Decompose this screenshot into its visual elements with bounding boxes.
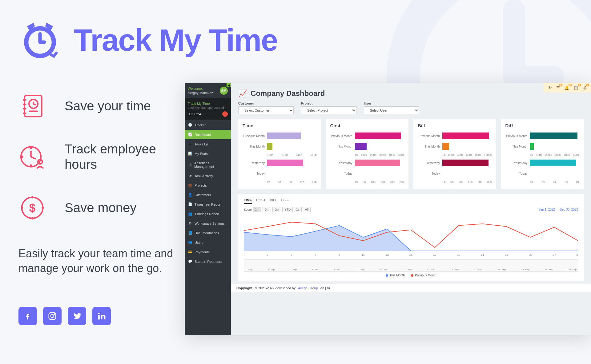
- nav-item-workspace-settings[interactable]: ⚙Workspace Settings: [185, 219, 231, 228]
- nav-icon: 🕒: [188, 123, 192, 127]
- nav-icon: 👤: [188, 193, 192, 197]
- feature-text: Save money: [65, 200, 136, 216]
- svg-rect-14: [29, 110, 38, 112]
- nav-item-projects[interactable]: 💼Projects: [185, 180, 231, 190]
- nav-item-tracker[interactable]: 🕒Tracker: [185, 120, 231, 130]
- tracker-time: 00:00:24: [188, 112, 201, 116]
- welcome-greeting: Welcome,: [188, 87, 203, 90]
- zoom-3m[interactable]: 3m: [263, 207, 271, 212]
- feature-text: Save your time: [65, 98, 151, 114]
- bar-row: This Month: [505, 143, 580, 150]
- nav-item-support-requests[interactable]: 💬Support Requests: [185, 257, 231, 266]
- bar-row: Previous Month: [505, 133, 580, 139]
- zoom-1m[interactable]: 1m: [253, 207, 262, 212]
- axis: 1$200$400$600$800$1000$: [418, 153, 492, 156]
- nav-item-documentations[interactable]: 📘Documentations: [185, 228, 231, 238]
- notebook-clock-icon: [18, 92, 46, 120]
- project-select[interactable]: - Select Project -: [301, 106, 356, 114]
- instagram-icon[interactable]: [43, 307, 62, 325]
- date-range[interactable]: Sep 1, 2022 → Sep 30, 2022: [538, 208, 578, 211]
- bar-row: Previous Month: [418, 133, 492, 139]
- svg-text:23: 23: [505, 253, 508, 256]
- note-icon[interactable]: 📋0: [573, 85, 578, 90]
- tagline: Easily track your team time and manage y…: [18, 246, 185, 276]
- twitter-icon[interactable]: [68, 307, 86, 325]
- eye-icon[interactable]: 👁: [548, 85, 552, 90]
- nav-item-timesheet-report[interactable]: 📄Timesheet Report: [185, 200, 231, 209]
- bar-row: Previous Month: [330, 133, 404, 139]
- svg-line-17: [31, 157, 36, 159]
- card-bill: BillPrevious MonthThis Month1$200$400$60…: [413, 119, 496, 189]
- zoom-1y[interactable]: 1y: [294, 207, 302, 212]
- tracker-title: Track My Time: [188, 102, 228, 105]
- navigator-chart[interactable]: 1. Sep3. Sep5. Sep7. Sep9. Sep11. Sep13.…: [244, 259, 578, 272]
- list-icon[interactable]: ☰0: [556, 85, 560, 90]
- nav-icon: 📘: [188, 231, 192, 235]
- svg-text:15: 15: [409, 253, 413, 256]
- svg-text:3: 3: [267, 253, 268, 256]
- nav-icon: ⚙: [188, 221, 192, 225]
- footer-company-link[interactable]: Avega Group: [298, 286, 318, 290]
- nav-icon: 💳: [188, 250, 192, 254]
- svg-text:27: 27: [553, 253, 556, 256]
- linkedin-icon[interactable]: [92, 307, 111, 325]
- nav-icon: ☰: [188, 142, 192, 146]
- nav-item-payments[interactable]: 💳Payments: [185, 247, 231, 257]
- nav-item-customers[interactable]: 👤Customers: [185, 190, 231, 200]
- welcome-name: Sergey Makovoz: [188, 91, 213, 95]
- bar-row: Today: [505, 170, 580, 177]
- chart-tab-cost[interactable]: COST: [256, 198, 266, 204]
- beach-icon[interactable]: 🏖0: [583, 85, 587, 90]
- card-title: Diff: [505, 123, 580, 128]
- axis: 1$2$4$6$8$: [505, 180, 580, 184]
- nav-icon: 💼: [188, 183, 192, 187]
- card-title: Bill: [418, 123, 492, 128]
- chart-tab-time[interactable]: TIME: [244, 198, 252, 204]
- tracker-subtitle: track-my-time-app-dev red...: [188, 106, 228, 109]
- nav-item-users[interactable]: 👥Users: [185, 238, 231, 247]
- svg-text:13: 13: [385, 253, 389, 256]
- zoom-YTD[interactable]: YTD: [282, 207, 293, 212]
- svg-text:11: 11: [361, 253, 365, 256]
- nav-icon: 📊: [188, 152, 192, 156]
- main-chart-panel: TIMECOSTBILLDIFF Zoom1m3m6mYTD1yAll Sep …: [238, 194, 584, 281]
- customer-select[interactable]: - Select Customer -: [238, 106, 294, 114]
- chart-tab-diff[interactable]: DIFF: [281, 198, 288, 204]
- bar-row: Yesterday: [505, 160, 580, 166]
- avatar[interactable]: SM: [220, 87, 228, 95]
- bar-row: Previous Month: [243, 133, 317, 139]
- footer-langs[interactable]: en | ru: [320, 286, 330, 290]
- chart-icon: 📈: [238, 89, 247, 98]
- app-sidebar: ◀ Welcome, Sergey Makovoz SM Track My Ti…: [185, 83, 231, 335]
- filter-project: Project - Select Project -: [301, 101, 356, 114]
- facebook-icon[interactable]: [18, 307, 37, 325]
- sidebar-collapse-button[interactable]: ◀: [227, 83, 231, 87]
- nav-item-my-stats[interactable]: 📊My Stats: [185, 149, 231, 158]
- axis: 1$5$10$15$20$25$: [330, 180, 404, 184]
- record-button[interactable]: [222, 111, 228, 117]
- nav-item-absences-management[interactable]: 🏖Absences Management: [185, 158, 231, 171]
- svg-rect-31: [98, 315, 100, 319]
- top-toolbar: 👁 ☰0 🔔0 📋0 🏖0: [544, 83, 591, 93]
- zoom-All[interactable]: All: [303, 207, 311, 212]
- svg-point-18: [30, 148, 32, 149]
- zoom-label: Zoom: [244, 208, 252, 211]
- bell-icon[interactable]: 🔔0: [564, 85, 569, 90]
- svg-point-20: [22, 156, 23, 158]
- nav-item-timelogs-report[interactable]: 👥Timelogs Report: [185, 209, 231, 219]
- nav-item-dashboard[interactable]: 📈Dashboard: [185, 130, 231, 139]
- welcome-block: Welcome, Sergey Makovoz SM: [185, 83, 231, 99]
- nav-item-task-activity[interactable]: 👁Task Activity: [185, 171, 231, 180]
- user-select[interactable]: - Select User -: [364, 106, 419, 114]
- nav-item-tasks-list[interactable]: ☰Tasks List: [185, 139, 231, 149]
- svg-line-13: [34, 104, 36, 105]
- card-title: Time: [243, 123, 317, 128]
- chart-tab-bill[interactable]: BILL: [270, 198, 277, 204]
- zoom-6m[interactable]: 6m: [272, 207, 281, 212]
- footer: Copyright © 2021-2022 developed by Avega…: [231, 284, 591, 292]
- app-screenshot: ◀ Welcome, Sergey Makovoz SM Track My Ti…: [185, 83, 591, 335]
- nav-icon: 📈: [188, 133, 192, 136]
- filter-customer: Customer - Select Customer -: [238, 101, 294, 114]
- card-diff: DiffPrevious MonthThis Month1$100$200$30…: [501, 119, 584, 189]
- nav-list: 🕒Tracker📈Dashboard☰Tasks List📊My Stats🏖A…: [185, 120, 231, 335]
